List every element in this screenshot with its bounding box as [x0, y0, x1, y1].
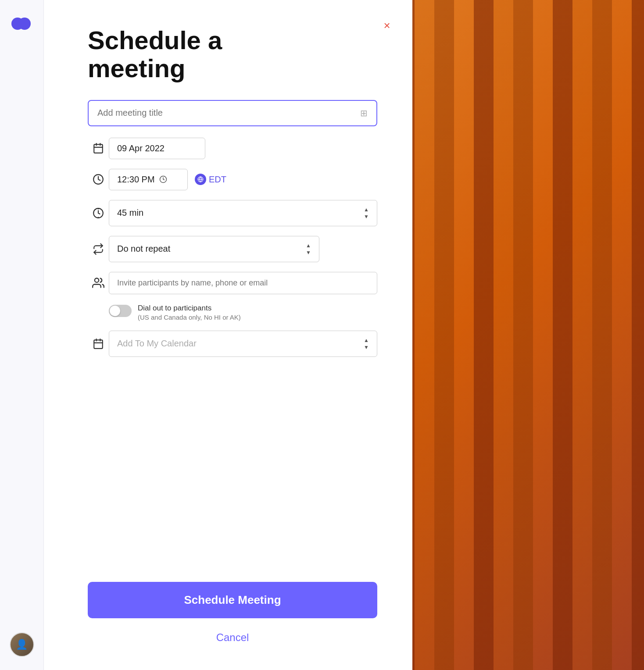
- meeting-title-input[interactable]: [97, 108, 360, 118]
- calendar-icon: [88, 143, 109, 154]
- calendar-placeholder: Add To My Calendar: [117, 339, 197, 349]
- time-row: 12:30 PM: [88, 169, 377, 190]
- modal-title: Schedule a meeting: [88, 26, 377, 82]
- date-field-wrapper: 09 Apr 2022: [109, 138, 377, 159]
- dial-out-toggle[interactable]: [109, 305, 132, 317]
- duration-icon: [88, 207, 109, 219]
- schedule-meeting-button[interactable]: Schedule Meeting: [88, 582, 377, 618]
- duration-field-wrapper: 45 min ▲ ▼: [109, 200, 377, 226]
- timezone-label: EDT: [209, 175, 226, 185]
- repeat-icon: [88, 243, 109, 255]
- repeat-field-wrapper: Do not repeat ▲ ▼: [109, 236, 377, 262]
- time-timezone-row: 12:30 PM: [109, 169, 377, 190]
- dial-out-sublabel: (US and Canada only, No HI or AK): [138, 314, 241, 321]
- participants-field-wrapper: [109, 272, 377, 294]
- add-calendar-icon: [88, 338, 109, 349]
- globe-icon: [195, 174, 206, 185]
- dial-out-label: Dial out to participants: [138, 304, 241, 313]
- calendar-arrows: ▲ ▼: [364, 337, 369, 350]
- close-button[interactable]: ×: [379, 18, 395, 33]
- calendar-field-wrapper: Add To My Calendar ▲ ▼: [109, 331, 377, 357]
- dial-out-text: Dial out to participants (US and Canada …: [138, 304, 241, 321]
- participants-row: [88, 272, 377, 294]
- date-picker[interactable]: 09 Apr 2022: [109, 138, 205, 159]
- title-icon: ⊞: [360, 108, 368, 118]
- spacer: [88, 367, 377, 573]
- duration-row: 45 min ▲ ▼: [88, 200, 377, 226]
- app-logo[interactable]: [11, 13, 33, 36]
- schedule-modal: × Schedule a meeting ⊞ 09 Apr 2022: [44, 0, 412, 670]
- participants-icon: [88, 277, 109, 289]
- action-buttons: Schedule Meeting Cancel: [88, 573, 377, 648]
- toggle-knob: [110, 306, 120, 316]
- calendar-select[interactable]: Add To My Calendar ▲ ▼: [109, 331, 377, 357]
- logo-circle-right: [18, 18, 31, 30]
- repeat-value: Do not repeat: [117, 244, 170, 254]
- sidebar: 👤: [0, 0, 44, 670]
- duration-select[interactable]: 45 min ▲ ▼: [109, 200, 377, 226]
- repeat-arrows: ▲ ▼: [306, 242, 311, 256]
- date-value: 09 Apr 2022: [117, 143, 165, 153]
- dial-out-row: Dial out to participants (US and Canada …: [109, 304, 377, 321]
- svg-rect-0: [94, 144, 103, 153]
- calendar-row: Add To My Calendar ▲ ▼: [88, 331, 377, 357]
- avatar[interactable]: 👤: [10, 632, 34, 657]
- duration-value: 45 min: [117, 208, 143, 218]
- date-row: 09 Apr 2022: [88, 138, 377, 159]
- svg-line-11: [95, 209, 96, 210]
- svg-rect-13: [94, 340, 103, 349]
- timezone-button[interactable]: EDT: [195, 174, 226, 185]
- repeat-row: Do not repeat ▲ ▼: [88, 236, 377, 262]
- time-field-wrapper: 12:30 PM: [109, 169, 377, 190]
- repeat-select[interactable]: Do not repeat ▲ ▼: [109, 236, 319, 262]
- form-content: ⊞ 09 Apr 2022: [88, 100, 377, 648]
- time-value: 12:30 PM: [117, 175, 155, 185]
- duration-arrows: ▲ ▼: [364, 207, 369, 220]
- meeting-title-field[interactable]: ⊞: [88, 100, 377, 126]
- participants-input[interactable]: [109, 272, 377, 294]
- time-picker[interactable]: 12:30 PM: [109, 169, 188, 190]
- clock-icon: [88, 174, 109, 185]
- cancel-button[interactable]: Cancel: [88, 627, 377, 648]
- svg-point-12: [95, 278, 99, 282]
